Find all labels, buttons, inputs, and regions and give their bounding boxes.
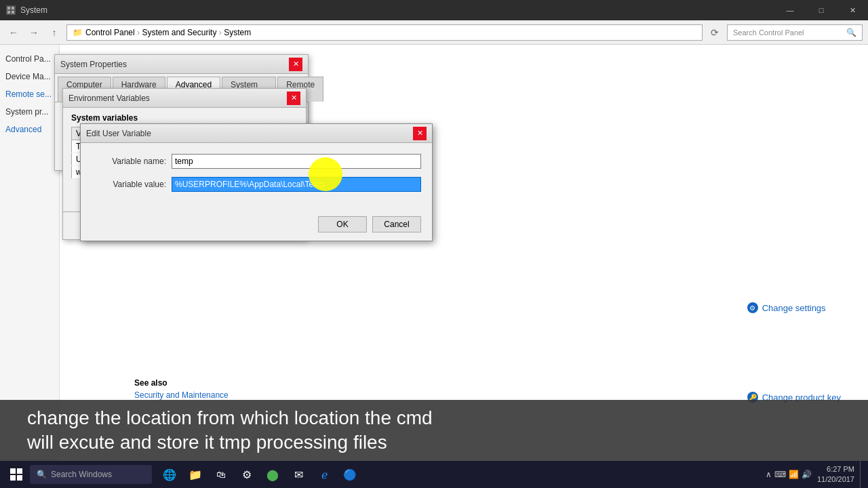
variable-value-input[interactable] (172, 177, 421, 192)
show-desktop-button[interactable] (860, 461, 865, 488)
edit-var-ok-button[interactable]: OK (318, 216, 367, 232)
taskbar-search-box[interactable]: 🔍 Search Windows (30, 465, 152, 484)
taskbar-edge-icon[interactable]: 🌐 (157, 462, 182, 487)
edit-var-buttons: OK Cancel (81, 211, 432, 241)
tray-volume-icon[interactable]: 🔊 (802, 470, 812, 479)
svg-rect-6 (17, 468, 22, 474)
variable-name-input[interactable] (172, 154, 421, 169)
sidebar-item-devicemanager[interactable]: Device Ma... (0, 68, 59, 85)
svg-rect-2 (12, 7, 14, 9)
clock-date: 11/20/2017 (817, 474, 854, 485)
up-button[interactable]: ↑ (46, 24, 62, 41)
system-icon (5, 5, 16, 16)
svg-rect-5 (10, 468, 16, 474)
system-tray-icons: ∧ ⌨ 📶 🔊 (766, 470, 812, 479)
see-also-title: See also (134, 378, 229, 388)
svg-rect-4 (12, 11, 14, 14)
minimize-button[interactable]: — (774, 0, 806, 20)
security-maintenance-link[interactable]: Security and Maintenance (134, 390, 229, 400)
settings-icon: ⚙ (747, 302, 758, 313)
system-props-title: System Properties (60, 60, 127, 69)
env-vars-close-button[interactable]: ✕ (287, 92, 300, 105)
edit-var-close-button[interactable]: ✕ (413, 127, 427, 140)
clock-time: 6:27 PM (817, 464, 854, 474)
edit-var-body: Variable name: Variable value: (81, 143, 432, 211)
subtitle-bar: change the location from which location … (0, 400, 868, 461)
window-controls: — □ ✕ (774, 0, 868, 20)
crumb-2[interactable]: System and Security (142, 28, 216, 37)
sidebar-item-systemprotection[interactable]: System pr... (0, 103, 59, 121)
tray-keyboard-icon[interactable]: ⌨ (774, 470, 786, 479)
system-variables-label: System variables (71, 113, 298, 123)
search-field[interactable]: Search Control Panel 🔍 (727, 24, 863, 41)
edit-var-title-bar: Edit User Variable ✕ (81, 124, 432, 143)
window-title: System (5, 5, 47, 16)
sidebar-item-remote[interactable]: Remote se... (0, 85, 59, 103)
windows-start-icon (10, 468, 22, 481)
address-field[interactable]: 📁 Control Panel › System and Security › … (66, 24, 703, 41)
taskbar-app-icons: 🌐 📁 🛍 ⚙ ⬤ ✉ ℯ 🔵 (157, 462, 362, 487)
svg-rect-7 (10, 475, 16, 481)
taskbar-explorer-icon[interactable]: 📁 (183, 462, 208, 487)
variable-name-row: Variable name: (92, 154, 421, 169)
cursor-indicator (309, 157, 342, 191)
change-settings-link[interactable]: ⚙ Change settings (747, 302, 841, 313)
sidebar: Control Pa... Device Ma... Remote se... … (0, 45, 60, 461)
taskbar-store-icon[interactable]: 🛍 (209, 462, 233, 487)
close-button[interactable]: ✕ (837, 0, 868, 20)
taskbar-ie-icon[interactable]: ℯ (312, 462, 336, 487)
tray-up-arrow-icon[interactable]: ∧ (766, 470, 772, 479)
svg-rect-8 (17, 475, 22, 481)
tray-network-icon[interactable]: 📶 (789, 470, 799, 479)
env-vars-title-bar: Environment Variables ✕ (63, 89, 306, 108)
variable-name-label: Variable name: (92, 157, 166, 166)
edit-var-title: Edit User Variable (86, 129, 151, 138)
system-clock[interactable]: 6:27 PM 11/20/2017 (817, 464, 854, 485)
refresh-button[interactable]: ⟳ (707, 24, 723, 41)
search-icon: 🔍 (846, 28, 856, 37)
crumb-1[interactable]: Control Panel (85, 28, 135, 37)
title-bar: System — □ ✕ (0, 0, 868, 20)
system-props-title-bar: System Properties ✕ (55, 55, 308, 74)
edit-var-cancel-button[interactable]: Cancel (372, 216, 421, 232)
svg-rect-1 (7, 7, 10, 9)
folder-icon: 📁 (73, 28, 83, 37)
sidebar-item-controlpanel[interactable]: Control Pa... (0, 50, 59, 68)
search-icon-taskbar: 🔍 (37, 470, 47, 479)
edit-user-variable-dialog: Edit User Variable ✕ Variable name: Vari… (80, 123, 433, 241)
start-button[interactable] (3, 461, 30, 488)
system-props-close-button[interactable]: ✕ (289, 58, 302, 71)
svg-rect-3 (7, 11, 10, 14)
sidebar-item-advanced[interactable]: Advanced (0, 121, 59, 138)
see-also-section: See also Security and Maintenance (134, 378, 229, 400)
taskbar-mail-icon[interactable]: ✉ (286, 462, 311, 487)
variable-value-label: Variable value: (92, 180, 166, 189)
address-bar: ← → ↑ 📁 Control Panel › System and Secur… (0, 20, 868, 45)
variable-value-row: Variable value: (92, 177, 421, 192)
forward-button[interactable]: → (26, 24, 42, 41)
right-links: ⚙ Change settings 🔑 Change product key (747, 302, 841, 403)
taskbar-system-tray: ∧ ⌨ 📶 🔊 6:27 PM 11/20/2017 (766, 461, 865, 488)
maximize-button[interactable]: □ (806, 0, 837, 20)
taskbar-settings-icon[interactable]: ⚙ (235, 462, 259, 487)
back-button[interactable]: ← (5, 24, 22, 41)
taskbar-chrome-icon[interactable]: ⬤ (260, 462, 285, 487)
crumb-3[interactable]: System (224, 28, 251, 37)
breadcrumb: Control Panel › System and Security › Sy… (85, 28, 251, 37)
subtitle-text: change the location from which location … (27, 406, 433, 455)
taskbar: 🔍 Search Windows 🌐 📁 🛍 ⚙ ⬤ ✉ ℯ 🔵 ∧ ⌨ 📶 🔊… (0, 461, 868, 488)
taskbar-app8-icon[interactable]: 🔵 (338, 462, 362, 487)
env-vars-title: Environment Variables (68, 94, 150, 103)
